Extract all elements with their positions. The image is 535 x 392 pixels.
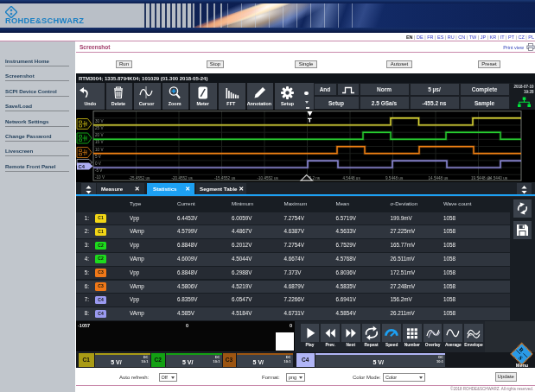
svg-text:15 V: 15 V <box>95 140 104 144</box>
svg-text:5 V: 5 V <box>95 154 102 158</box>
svg-text:24.5440 us: 24.5440 us <box>487 176 507 180</box>
svg-text:10 V: 10 V <box>95 147 104 151</box>
svg-text:14.5448 us: 14.5448 us <box>429 176 449 180</box>
svg-text:-15.4552 us: -15.4552 us <box>214 176 236 180</box>
svg-text:25 V: 25 V <box>95 126 104 130</box>
svg-text:-25.4552 us: -25.4552 us <box>129 176 150 180</box>
svg-text:-10 V: -10 V <box>95 175 105 180</box>
svg-text:-10.4552 us: -10.4552 us <box>258 176 279 180</box>
svg-text:C4: C4 <box>79 164 86 169</box>
svg-text:9.5448 us: 9.5448 us <box>385 176 404 180</box>
svg-text:-20.4552 us: -20.4552 us <box>172 176 194 180</box>
svg-text:-5 V: -5 V <box>95 168 103 173</box>
svg-text:0 V: 0 V <box>95 161 102 165</box>
svg-text:20 V: 20 V <box>95 133 104 137</box>
svg-text:4.5448 us: 4.5448 us <box>343 176 361 180</box>
svg-text:30 V: 30 V <box>95 118 104 123</box>
